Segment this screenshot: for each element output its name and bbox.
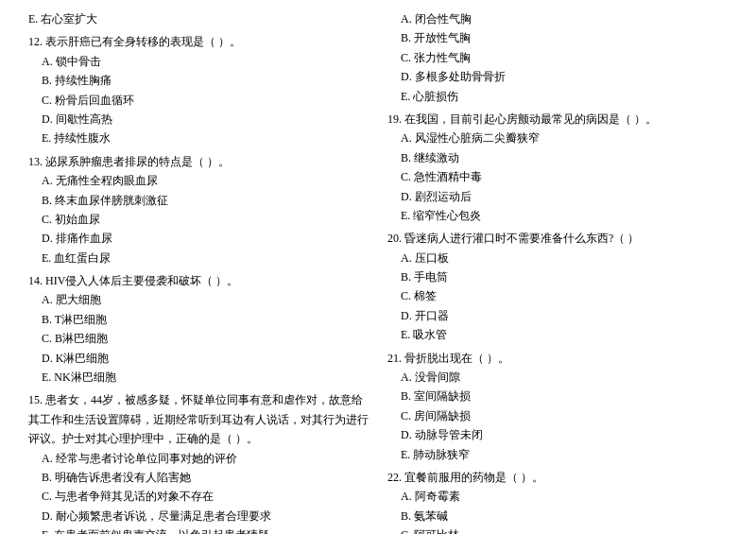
question-title: 14. HIV侵入人体后主要侵袭和破坏（ ）。 [28, 271, 369, 290]
option-text: A. 压口板 [387, 249, 728, 267]
question-title: 21. 骨折脱出现在（ ）。 [387, 349, 728, 368]
option-text: C. 粉骨后回血循环 [28, 91, 369, 110]
right-column: A. 闭合性气胸B. 开放性气胸C. 张力性气胸D. 多根多处助骨骨折E. 心脏… [387, 9, 728, 534]
question-block: 20. 昏迷病人进行灌口时不需要准备什么东西?（ ）A. 压口板B. 手电筒C.… [387, 229, 728, 344]
option-text: E. 持续性腹水 [28, 129, 369, 147]
question-title: 15. 患者女，44岁，被感多疑，怀疑单位同事有意和虐作对，故意给其工作和生活设… [28, 390, 369, 448]
question-title: 19. 在我国，目前引起心房颤动最常见的病因是（ ）。 [387, 110, 728, 129]
option-text: B. 氨苯碱 [387, 507, 728, 525]
option-text: A. 没骨间隙 [387, 368, 728, 387]
option-text: A. 锁中骨击 [28, 52, 369, 71]
option-text: B. T淋巴细胞 [28, 310, 369, 329]
option-text: D. 耐心频繁患者诉说，尽量满足患者合理要求 [28, 507, 369, 525]
option-text: A. 经常与患者讨论单位同事对她的评价 [28, 449, 369, 468]
question-title: 22. 宜餐前服用的药物是（ ）。 [387, 468, 728, 487]
question-block: 15. 患者女，44岁，被感多疑，怀疑单位同事有意和虐作对，故意给其工作和生活设… [28, 390, 369, 534]
option-text: A. 阿奇霉素 [387, 487, 728, 506]
option-text: D. 排痛作血尿 [28, 229, 369, 248]
option-text: D. 剧烈运动后 [387, 187, 728, 206]
question-title: 12. 表示肝癌已有全身转移的表现是（ ）。 [28, 32, 369, 51]
question-block: 13. 泌尿系肿瘤患者排尿的特点是（ ）。A. 无痛性全程肉眼血尿B. 终末血尿… [28, 152, 369, 267]
question-title: 20. 昏迷病人进行灌口时不需要准备什么东西?（ ） [387, 229, 728, 248]
question-block: 19. 在我国，目前引起心房颤动最常见的病因是（ ）。A. 风湿性心脏病二尖瓣狭… [387, 110, 728, 225]
option-text: C. 与患者争辩其见话的对象不存在 [28, 487, 369, 506]
question-block: 12. 表示肝癌已有全身转移的表现是（ ）。A. 锁中骨击B. 持续性胸痛C. … [28, 32, 369, 147]
option-text: E. 缩窄性心包炎 [387, 206, 728, 225]
option-text: E. 心脏损伤 [387, 87, 728, 106]
question-block: E. 右心室扩大 [28, 9, 369, 28]
question-title: E. 右心室扩大 [28, 9, 369, 28]
option-text: A. 闭合性气胸 [387, 9, 728, 28]
option-text: C. 棉签 [387, 286, 728, 305]
option-text: D. 间歇性高热 [28, 110, 369, 129]
question-block: 22. 宜餐前服用的药物是（ ）。A. 阿奇霉素B. 氨苯碱C. 阿可比林D. … [387, 468, 728, 534]
option-text: D. 开口器 [387, 306, 728, 325]
option-text: D. 多根多处助骨骨折 [387, 67, 728, 86]
option-text: B. 明确告诉患者没有人陷害她 [28, 468, 369, 487]
question-block: 14. HIV侵入人体后主要侵袭和破坏（ ）。A. 肥大细胞B. T淋巴细胞C.… [28, 271, 369, 387]
option-text: C. 阿可比林 [387, 525, 728, 534]
option-text: A. 风湿性心脏病二尖瓣狭窄 [387, 129, 728, 147]
question-title: 13. 泌尿系肿瘤患者排尿的特点是（ ）。 [28, 152, 369, 171]
left-column: E. 右心室扩大12. 表示肝癌已有全身转移的表现是（ ）。A. 锁中骨击B. … [28, 9, 369, 534]
option-text: C. 急性酒精中毒 [387, 167, 728, 186]
question-block: A. 闭合性气胸B. 开放性气胸C. 张力性气胸D. 多根多处助骨骨折E. 心脏… [387, 9, 728, 106]
option-text: A. 无痛性全程肉眼血尿 [28, 171, 369, 190]
question-block: 21. 骨折脱出现在（ ）。A. 没骨间隙B. 室间隔缺损C. 房间隔缺损D. … [387, 349, 728, 464]
option-text: B. 持续性胸痛 [28, 71, 369, 90]
option-text: E. 肺动脉狭窄 [387, 445, 728, 464]
option-text: C. 房间隔缺损 [387, 406, 728, 425]
option-text: B. 终末血尿伴膀胱刺激征 [28, 191, 369, 210]
main-content: E. 右心室扩大12. 表示肝癌已有全身转移的表现是（ ）。A. 锁中骨击B. … [28, 9, 728, 534]
option-text: B. 开放性气胸 [387, 28, 728, 47]
option-text: C. 张力性气胸 [387, 48, 728, 67]
option-text: E. 血红蛋白尿 [28, 249, 369, 267]
option-text: E. 在患者面前似鬼声交流，以免引起患者猜疑 [28, 525, 369, 534]
option-text: E. NK淋巴细胞 [28, 368, 369, 387]
option-text: B. 手电筒 [387, 267, 728, 286]
option-text: C. B淋巴细胞 [28, 329, 369, 348]
option-text: B. 继续激动 [387, 148, 728, 167]
option-text: E. 吸水管 [387, 325, 728, 344]
option-text: A. 肥大细胞 [28, 290, 369, 309]
option-text: D. K淋巴细胞 [28, 349, 369, 368]
option-text: D. 动脉导管未闭 [387, 425, 728, 444]
option-text: C. 初始血尿 [28, 210, 369, 229]
option-text: B. 室间隔缺损 [387, 387, 728, 405]
